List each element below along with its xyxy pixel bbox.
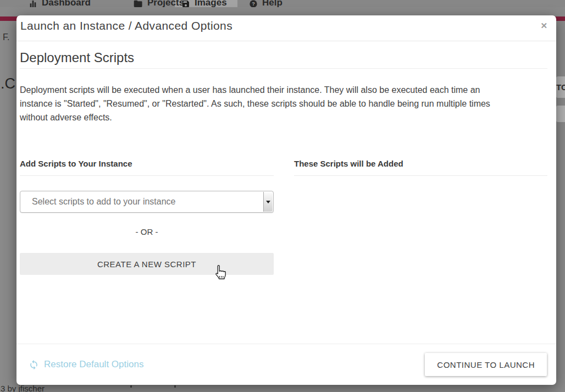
background-artifact xyxy=(174,385,176,388)
nav-item-projects[interactable]: Projects xyxy=(134,0,184,7)
advanced-options-modal: Launch an Instance / Advanced Options ✕ … xyxy=(16,15,556,385)
scripts-select[interactable]: Select scripts to add to your instance xyxy=(20,191,274,213)
or-separator: - OR - xyxy=(20,227,274,236)
nav-label: Projects xyxy=(147,0,184,7)
description-line: Deployment scripts will be executed when… xyxy=(20,83,547,97)
background-button-label: TO xyxy=(556,82,565,92)
restore-defaults-button[interactable]: Restore Default Options xyxy=(29,359,143,370)
nav-item-images[interactable]: Images xyxy=(181,0,227,7)
create-script-button[interactable]: CREATE A NEW SCRIPT xyxy=(20,253,274,275)
description-line: instance is "Started", "Resumed", or "Re… xyxy=(20,97,547,111)
scripts-select-placeholder: Select scripts to add to your instance xyxy=(32,197,175,207)
section-description: Deployment scripts will be executed when… xyxy=(20,83,547,124)
nav-label: Dashboard xyxy=(42,0,91,7)
modal-footer: Restore Default Options CONTINUE TO LAUN… xyxy=(16,344,556,385)
add-scripts-heading: Add Scripts to Your Instance xyxy=(20,158,274,176)
help-circle-icon: ? xyxy=(249,0,258,7)
bar-chart-icon xyxy=(29,0,37,7)
modal-body: Deployment Scripts Deployment scripts wi… xyxy=(16,50,556,275)
description-line: without adverse effects. xyxy=(20,111,547,124)
top-nav: Dashboard Projects Images ? Help xyxy=(0,0,565,7)
added-scripts-heading: These Scripts will be Added xyxy=(294,158,547,176)
background-button-fragment xyxy=(556,106,565,122)
background-artifact xyxy=(130,385,132,388)
background-text-fragment: F. xyxy=(3,32,9,42)
background-byline-fragment: 3 by jfischer xyxy=(1,384,45,392)
svg-text:?: ? xyxy=(252,1,255,7)
background-heading-fragment: .C xyxy=(1,75,15,92)
nav-item-dashboard[interactable]: Dashboard xyxy=(29,0,91,7)
nav-item-help[interactable]: ? Help xyxy=(249,0,282,7)
modal-header: Launch an Instance / Advanced Options ✕ xyxy=(16,15,556,41)
close-icon[interactable]: ✕ xyxy=(540,21,547,31)
add-scripts-column: Add Scripts to Your Instance Select scri… xyxy=(20,158,274,275)
nav-label: Help xyxy=(262,0,282,7)
folder-icon xyxy=(134,0,143,7)
chevron-down-icon xyxy=(263,192,273,212)
floppy-disk-icon xyxy=(181,0,190,7)
nav-label: Images xyxy=(195,0,227,7)
added-scripts-column: These Scripts will be Added xyxy=(294,158,547,275)
section-heading: Deployment Scripts xyxy=(20,50,547,69)
continue-to-launch-button[interactable]: CONTINUE TO LAUNCH xyxy=(425,353,547,376)
script-columns: Add Scripts to Your Instance Select scri… xyxy=(20,158,547,275)
hand-cursor xyxy=(212,264,227,281)
restore-defaults-label: Restore Default Options xyxy=(44,359,143,370)
refresh-icon xyxy=(29,360,39,370)
background-button-fragment: TO xyxy=(556,76,565,98)
modal-title: Launch an Instance / Advanced Options xyxy=(20,19,232,33)
